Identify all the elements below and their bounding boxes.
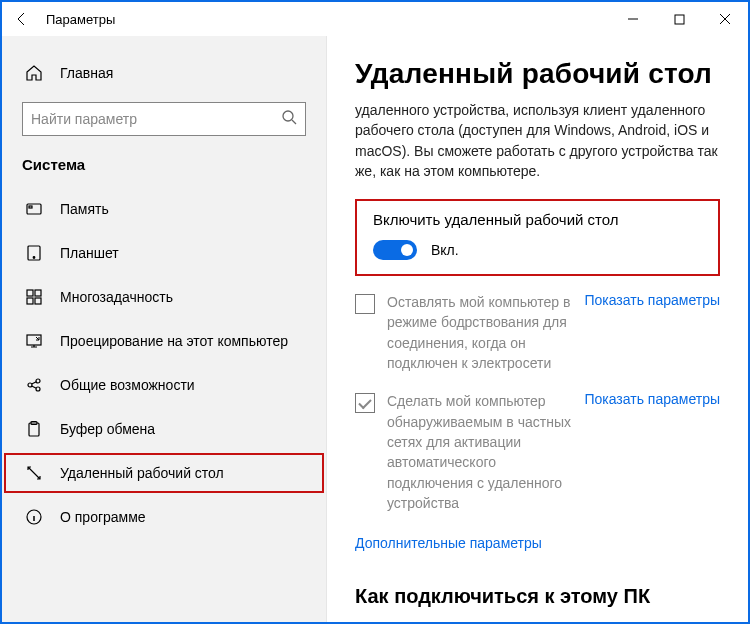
checkbox-discoverable[interactable] [355, 393, 375, 413]
titlebar: Параметры [2, 2, 748, 36]
sidebar-item-label: Многозадачность [60, 289, 173, 305]
svg-rect-9 [35, 298, 41, 304]
svg-point-11 [28, 383, 32, 387]
enable-remote-toggle[interactable] [373, 240, 417, 260]
window-title: Параметры [42, 12, 115, 27]
svg-rect-0 [675, 15, 684, 24]
svg-point-5 [33, 257, 35, 259]
additional-params-link[interactable]: Дополнительные параметры [355, 535, 542, 551]
sidebar-item-label: Общие возможности [60, 377, 195, 393]
svg-rect-8 [27, 298, 33, 304]
sidebar-item-label: Буфер обмена [60, 421, 155, 437]
maximize-button[interactable] [656, 2, 702, 36]
svg-point-13 [36, 387, 40, 391]
multitasking-icon [22, 288, 46, 306]
home-label: Главная [60, 65, 113, 81]
sidebar-item-clipboard[interactable]: Буфер обмена [2, 407, 326, 451]
minimize-button[interactable] [610, 2, 656, 36]
svg-rect-6 [27, 290, 33, 296]
search-icon [281, 109, 297, 129]
projecting-icon [22, 332, 46, 350]
svg-point-12 [36, 379, 40, 383]
svg-rect-3 [29, 206, 32, 208]
remote-desktop-icon [22, 464, 46, 482]
svg-point-1 [283, 111, 293, 121]
toggle-state-label: Вкл. [431, 242, 459, 258]
option-discoverable: Сделать мой компьютер обнаруживаемым в ч… [355, 391, 720, 513]
tablet-icon [22, 244, 46, 262]
sidebar-item-shared[interactable]: Общие возможности [2, 363, 326, 407]
checkbox-keep-awake[interactable] [355, 294, 375, 314]
connect-subhead: Как подключиться к этому ПК [355, 585, 720, 608]
content-pane: Удаленный рабочий стол удаленного устрой… [327, 36, 748, 622]
toggle-knob [401, 244, 413, 256]
storage-icon [22, 200, 46, 218]
sidebar-item-remote-desktop[interactable]: Удаленный рабочий стол [2, 451, 326, 495]
enable-remote-card: Включить удаленный рабочий стол Вкл. [355, 199, 720, 276]
home-button[interactable]: Главная [2, 54, 326, 92]
close-button[interactable] [702, 2, 748, 36]
sidebar-item-label: Проецирование на этот компьютер [60, 333, 288, 349]
shared-icon [22, 376, 46, 394]
settings-window: Параметры Главная [0, 0, 750, 624]
nav-list: Память Планшет Многозадачность [2, 187, 326, 622]
sidebar-item-about[interactable]: О программе [2, 495, 326, 539]
sidebar-item-label: Удаленный рабочий стол [60, 465, 224, 481]
sidebar: Главная Система Память [2, 36, 327, 622]
home-icon [22, 64, 46, 82]
sidebar-item-label: Память [60, 201, 109, 217]
sidebar-item-label: О программе [60, 509, 146, 525]
option-text: Оставлять мой компьютер в режиме бодрств… [387, 292, 574, 373]
clipboard-icon [22, 420, 46, 438]
sidebar-item-tablet[interactable]: Планшет [2, 231, 326, 275]
svg-rect-7 [35, 290, 41, 296]
toggle-title: Включить удаленный рабочий стол [373, 211, 702, 228]
show-params-link[interactable]: Показать параметры [584, 292, 720, 308]
show-params-link[interactable]: Показать параметры [584, 391, 720, 407]
search-box[interactable] [22, 102, 306, 136]
page-title: Удаленный рабочий стол [355, 58, 720, 90]
body: Главная Система Память [2, 36, 748, 622]
sidebar-item-label: Планшет [60, 245, 119, 261]
page-description: удаленного устройства, используя клиент … [355, 100, 720, 181]
option-text: Сделать мой компьютер обнаруживаемым в ч… [387, 391, 574, 513]
option-keep-awake: Оставлять мой компьютер в режиме бодрств… [355, 292, 720, 373]
back-button[interactable] [2, 2, 42, 36]
info-icon [22, 508, 46, 526]
sidebar-item-multitasking[interactable]: Многозадачность [2, 275, 326, 319]
section-title: Система [2, 152, 326, 187]
sidebar-item-storage[interactable]: Память [2, 187, 326, 231]
search-input[interactable] [31, 111, 281, 127]
sidebar-item-projecting[interactable]: Проецирование на этот компьютер [2, 319, 326, 363]
